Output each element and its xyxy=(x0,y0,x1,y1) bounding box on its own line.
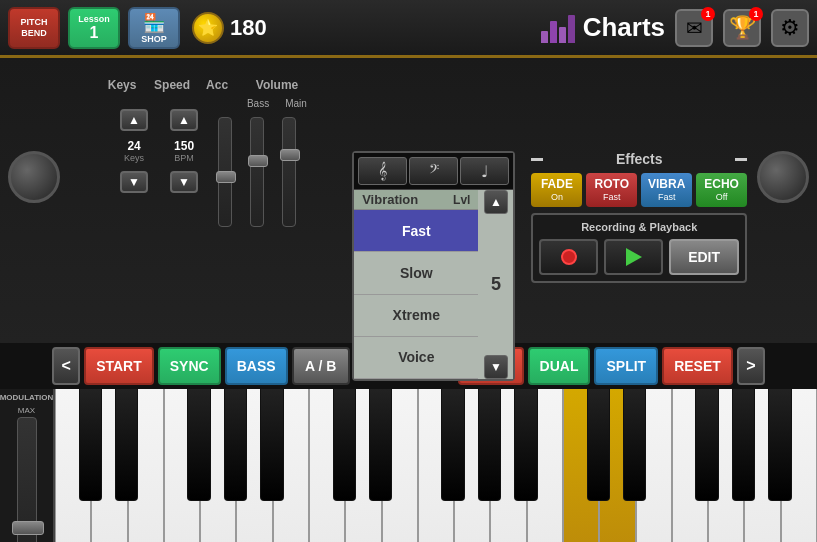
main-slider[interactable] xyxy=(275,113,303,231)
modulation-slider-container: MAX MIN xyxy=(4,404,49,542)
play-button[interactable] xyxy=(604,239,663,275)
ab-button[interactable]: A / B xyxy=(292,347,350,385)
black-key-G3s[interactable] xyxy=(224,389,248,501)
mod-max-label: MAX xyxy=(18,406,35,415)
pitch-bend-button[interactable]: PITCHBEND xyxy=(8,7,60,49)
charts-icon xyxy=(541,13,575,43)
lesson-number: 1 xyxy=(90,24,99,42)
vib-item-slow[interactable]: Slow xyxy=(354,252,478,294)
black-key-D3s[interactable] xyxy=(115,389,139,501)
speed-up-button[interactable]: ▲ xyxy=(170,109,198,131)
right-knob[interactable] xyxy=(757,151,809,203)
keys-stepper: ▲ 24 Keys ▼ xyxy=(111,109,157,193)
volume-header: Volume xyxy=(256,78,298,92)
display-btn-bass[interactable]: 𝄢 xyxy=(409,157,458,185)
acc-header: Acc xyxy=(206,78,228,92)
lvl-label: Lvl xyxy=(453,193,470,207)
display-btn-rhythm[interactable]: ♩ xyxy=(460,157,509,185)
lesson-button[interactable]: Lesson 1 xyxy=(68,7,120,49)
vibration-list: Vibration Lvl Fast Slow Xtreme Voice xyxy=(354,190,478,379)
keys-down-button[interactable]: ▼ xyxy=(120,171,148,193)
trophy-button[interactable]: 🏆 1 xyxy=(723,9,761,47)
display-header: 𝄞 𝄢 ♩ xyxy=(354,153,513,190)
display-content: Vibration Lvl Fast Slow Xtreme Voice ▲ xyxy=(354,190,513,379)
lesson-label: Lesson xyxy=(78,14,110,24)
charts-label: Charts xyxy=(583,12,665,43)
edit-button[interactable]: EDIT xyxy=(669,239,739,275)
black-key-A5s[interactable] xyxy=(768,389,792,501)
controls-strip: Keys Speed Acc Volume Bass Main xyxy=(0,58,817,343)
recording-header: Recording & Playback xyxy=(539,221,739,233)
mail-button[interactable]: ✉ 1 xyxy=(675,9,713,47)
black-key-C3s[interactable] xyxy=(79,389,103,501)
charts-area: Charts xyxy=(541,12,665,43)
coin-icon: ⭐ xyxy=(192,12,224,44)
prev-button[interactable]: < xyxy=(52,347,80,385)
black-key-G4s[interactable] xyxy=(478,389,502,501)
bass-slider[interactable] xyxy=(243,113,271,231)
fade-button[interactable]: FADE On xyxy=(531,173,582,207)
bass-sublabel: Bass xyxy=(247,98,269,109)
vib-item-fast[interactable]: Fast xyxy=(354,210,478,252)
record-dot xyxy=(561,249,577,265)
coin-area: ⭐ 180 xyxy=(192,12,267,44)
recording-section: Recording & Playback EDIT xyxy=(531,213,747,283)
recording-controls: EDIT xyxy=(539,239,739,275)
lvl-value: 5 xyxy=(491,214,501,355)
vibration-label: Vibration xyxy=(362,192,418,207)
keys-up-button[interactable]: ▲ xyxy=(120,109,148,131)
left-knob[interactable] xyxy=(8,151,60,203)
effects-header: Effects xyxy=(527,151,751,167)
mod-thumb xyxy=(12,521,44,535)
lvl-down-button[interactable]: ▼ xyxy=(484,355,508,379)
bass-button[interactable]: BASS xyxy=(225,347,288,385)
effects-buttons: FADE On ROTO Fast VIBRA Fast ECHO Off xyxy=(527,173,751,207)
settings-button[interactable]: ⚙ xyxy=(771,9,809,47)
roto-button[interactable]: ROTO Fast xyxy=(586,173,637,207)
modulation-slider[interactable] xyxy=(17,417,37,542)
black-key-F5s[interactable] xyxy=(695,389,719,501)
record-button[interactable] xyxy=(539,239,598,275)
effects-section: Effects FADE On ROTO Fast VIBRA Fast ECH… xyxy=(527,151,751,381)
vibra-button[interactable]: VIBRA Fast xyxy=(641,173,692,207)
lvl-up-button[interactable]: ▲ xyxy=(484,190,508,214)
black-key-F4s[interactable] xyxy=(441,389,465,501)
black-key-A3s[interactable] xyxy=(260,389,284,501)
keys-unit: Keys xyxy=(124,153,144,163)
start-button[interactable]: START xyxy=(84,347,154,385)
top-right-area: Charts ✉ 1 🏆 1 ⚙ xyxy=(541,9,809,47)
black-key-C4s[interactable] xyxy=(333,389,357,501)
acc-slider[interactable] xyxy=(211,113,239,231)
envelope-icon: ✉ xyxy=(686,16,703,40)
speed-down-button[interactable]: ▼ xyxy=(170,171,198,193)
keys-header: Keys xyxy=(108,78,137,92)
speed-unit: BPM xyxy=(174,153,194,163)
speed-value: 150 xyxy=(174,139,194,153)
piano-area: MODULATION MAX MIN C4C5 xyxy=(0,389,817,542)
shop-icon: 🏪 xyxy=(143,12,165,34)
shop-button[interactable]: 🏪 SHOP xyxy=(128,7,180,49)
center-display: 𝄞 𝄢 ♩ Vibration Lvl Fast Slow Xtreme xyxy=(352,151,515,381)
speed-stepper: ▲ 150 BPM ▼ xyxy=(161,109,207,193)
vib-item-voice[interactable]: Voice xyxy=(354,337,478,379)
play-icon xyxy=(626,248,642,266)
shop-label: SHOP xyxy=(141,34,167,44)
display-btn-treble[interactable]: 𝄞 xyxy=(358,157,407,185)
black-key-A4s[interactable] xyxy=(514,389,538,501)
gear-icon: ⚙ xyxy=(780,15,800,41)
modulation-label: MODULATION xyxy=(0,393,53,402)
black-key-D5s[interactable] xyxy=(623,389,647,501)
lvl-section: ▲ 5 ▼ xyxy=(478,190,513,379)
black-key-F3s[interactable] xyxy=(187,389,211,501)
echo-button[interactable]: ECHO Off xyxy=(696,173,747,207)
black-key-G5s[interactable] xyxy=(732,389,756,501)
pitch-bend-label: PITCHBEND xyxy=(21,17,48,39)
sync-button[interactable]: SYNC xyxy=(158,347,221,385)
mail-badge: 1 xyxy=(701,7,715,21)
effects-corner-right xyxy=(735,158,747,161)
speed-header: Speed xyxy=(154,78,190,92)
black-key-C5s[interactable] xyxy=(587,389,611,501)
effects-corner-left xyxy=(531,158,543,161)
black-key-D4s[interactable] xyxy=(369,389,393,501)
vib-item-xtreme[interactable]: Xtreme xyxy=(354,295,478,337)
